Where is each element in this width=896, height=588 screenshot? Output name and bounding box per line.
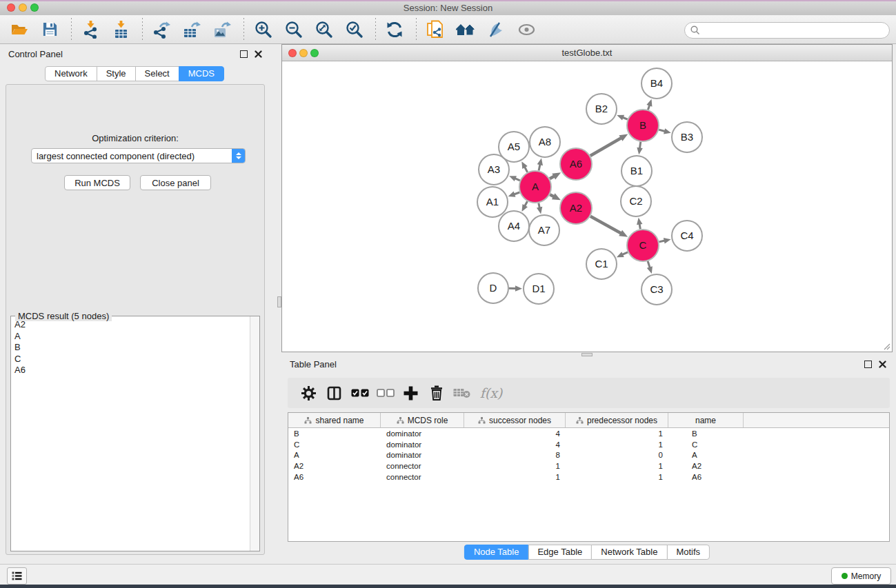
graph-edge-A-A8[interactable] [537, 158, 543, 170]
graph-node-B3[interactable]: B3 [672, 122, 702, 152]
add-row-button[interactable] [398, 381, 424, 405]
float-panel-icon[interactable] [864, 361, 872, 368]
close-panel-button[interactable]: Close panel [140, 175, 211, 190]
graph-node-D1[interactable]: D1 [524, 274, 554, 304]
graph-node-A8[interactable]: A8 [530, 127, 560, 157]
network-canvas[interactable]: AA1A2A3A4A5A6A7A8BB1B2B3B4CC1C2C3C4DD1 [282, 61, 892, 352]
graph-edge-C-C2[interactable] [637, 218, 642, 230]
function-builder-button[interactable]: f(x) [475, 381, 508, 405]
show-hide-annotations-button[interactable] [482, 17, 510, 43]
graph-node-B1[interactable]: B1 [621, 156, 652, 186]
tab-network-table[interactable]: Network Table [591, 545, 667, 560]
graph-edge-B-B4[interactable] [646, 99, 652, 110]
show-column-button[interactable] [321, 381, 347, 405]
tab-mcds[interactable]: MCDS [179, 66, 224, 81]
column-header-predecessor-nodes[interactable]: predecessor nodes [566, 413, 668, 427]
graph-edge-A-A5[interactable] [521, 161, 527, 172]
graph-edge-B-B3[interactable] [659, 128, 671, 134]
table-row[interactable]: Cdominator41C [288, 439, 889, 450]
show-hide-graphics-details-button[interactable] [512, 17, 540, 43]
table-cell[interactable]: 1 [566, 429, 668, 438]
graph-node-C4[interactable]: C4 [672, 221, 702, 251]
zoom-out-button[interactable] [279, 17, 307, 43]
table-cell[interactable]: dominator [381, 429, 464, 438]
close-panel-icon[interactable] [879, 361, 886, 368]
table-row[interactable]: Adominator80A [288, 449, 889, 460]
result-item[interactable]: A [11, 331, 250, 343]
graph-edge-A-A1[interactable] [508, 192, 520, 197]
graph-edge-C-C3[interactable] [647, 261, 653, 274]
apply-layout-button[interactable] [381, 17, 408, 43]
graph-edge-B-B1[interactable] [637, 142, 642, 154]
network-window-titlebar[interactable]: testGlobe.txt [282, 45, 892, 61]
search-input[interactable] [703, 25, 889, 37]
memory-button[interactable]: Memory [831, 567, 891, 585]
new-network-button[interactable] [421, 17, 449, 43]
tab-select[interactable]: Select [135, 66, 179, 81]
result-item[interactable]: A6 [11, 365, 250, 376]
export-table-button[interactable] [178, 17, 206, 43]
graph-edge-A2-C[interactable] [590, 216, 628, 237]
save-session-button[interactable] [36, 17, 63, 43]
first-neighbors-button[interactable] [452, 17, 479, 43]
graph-node-C[interactable]: C [627, 230, 659, 261]
node-table[interactable]: shared nameMCDS rolesuccessor nodesprede… [288, 412, 890, 542]
show-panel-button[interactable] [7, 567, 27, 585]
graph-node-A6[interactable]: A6 [560, 148, 592, 180]
graph-node-C1[interactable]: C1 [586, 249, 617, 279]
import-network-button[interactable] [77, 17, 104, 43]
table-cell[interactable]: dominator [381, 440, 464, 449]
delete-row-button[interactable] [424, 381, 449, 405]
import-table-button[interactable] [107, 17, 135, 43]
run-mcds-button[interactable]: Run MCDS [64, 175, 130, 190]
delete-table-button[interactable] [449, 381, 475, 405]
tab-motifs[interactable]: Motifs [666, 545, 710, 560]
deselect-all-button[interactable] [372, 381, 398, 405]
graph-edge-C-C1[interactable] [617, 252, 628, 257]
table-row[interactable]: A6connector11A6 [288, 472, 889, 483]
graph-edge-C-C4[interactable] [659, 238, 670, 243]
graph-node-A2[interactable]: A2 [560, 192, 592, 224]
graph-edge-B-B2[interactable] [617, 115, 627, 121]
table-cell[interactable]: 1 [566, 440, 668, 449]
table-row[interactable]: A2connector11A2 [288, 460, 889, 472]
table-cell[interactable]: 1 [566, 473, 668, 481]
graph-edge-A6-B[interactable] [590, 134, 628, 156]
table-cell[interactable]: B [668, 429, 744, 438]
table-cell[interactable]: B [288, 429, 381, 438]
graph-node-D[interactable]: D [478, 273, 508, 303]
zoom-in-button[interactable] [249, 17, 277, 43]
column-header-shared-name[interactable]: shared name [288, 413, 381, 427]
tab-edge-table[interactable]: Edge Table [528, 545, 592, 560]
table-cell[interactable]: C [668, 440, 744, 449]
table-cell[interactable]: 1 [464, 462, 566, 470]
select-all-button[interactable] [347, 381, 372, 405]
graph-node-A[interactable]: A [519, 171, 551, 203]
network-graph[interactable]: AA1A2A3A4A5A6A7A8BB1B2B3B4CC1C2C3C4DD1 [282, 61, 892, 352]
graph-node-C3[interactable]: C3 [641, 274, 672, 305]
table-cell[interactable]: A [288, 451, 381, 459]
result-item[interactable]: C [11, 354, 250, 365]
graph-node-B2[interactable]: B2 [586, 94, 617, 124]
graph-edge-A-A6[interactable] [550, 172, 561, 179]
table-cell[interactable]: A [668, 451, 744, 459]
column-header-successor-nodes[interactable]: successor nodes [464, 413, 566, 427]
search-field[interactable] [684, 22, 890, 39]
table-cell[interactable]: A6 [668, 473, 744, 481]
table-cell[interactable]: 1 [464, 473, 566, 481]
table-cell[interactable]: connector [381, 473, 464, 481]
open-session-button[interactable] [6, 17, 33, 43]
zoom-selected-button[interactable] [340, 17, 368, 43]
tab-style[interactable]: Style [97, 66, 136, 81]
table-row[interactable]: Bdominator41B [288, 428, 889, 439]
graph-node-A1[interactable]: A1 [477, 187, 508, 217]
table-cell[interactable]: A2 [668, 462, 744, 470]
panel-divider-handle[interactable] [277, 296, 281, 307]
graph-edge-D-D1[interactable] [509, 285, 522, 291]
graph-edge-A-A7[interactable] [537, 203, 542, 214]
result-item[interactable]: B [11, 342, 250, 354]
resize-grip-icon[interactable] [882, 342, 890, 350]
close-panel-icon[interactable] [255, 50, 262, 58]
table-cell[interactable]: dominator [381, 451, 464, 459]
graph-edge-A-A3[interactable] [509, 176, 520, 181]
